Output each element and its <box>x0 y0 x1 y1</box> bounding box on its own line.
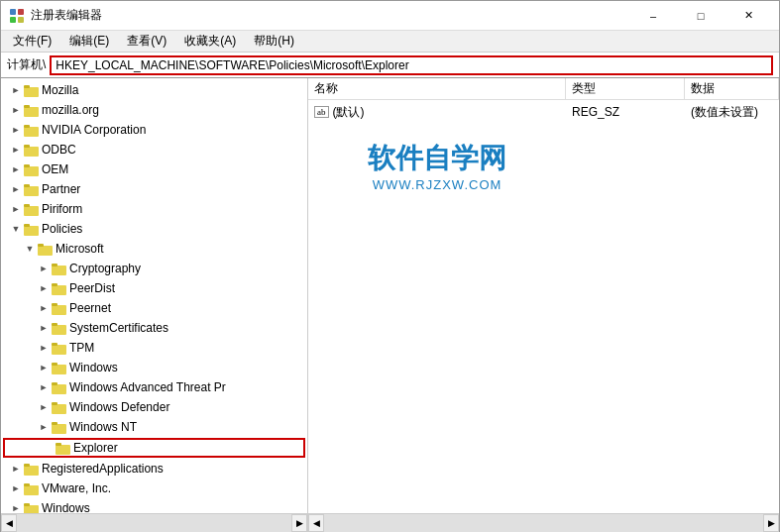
expand-tpm[interactable]: ► <box>37 341 51 355</box>
scroll-left-track[interactable] <box>17 514 291 532</box>
tree-label-windowsroot: Windows <box>42 501 90 513</box>
expand-registeredapps[interactable]: ► <box>9 462 23 476</box>
tree-item-piriform[interactable]: ► Piriform <box>1 199 307 219</box>
ab-icon: ab <box>314 106 329 119</box>
svg-rect-33 <box>52 365 66 374</box>
expand-peernet[interactable]: ► <box>37 301 51 315</box>
address-bar: 计算机\ HKEY_LOCAL_MACHINE\SOFTWARE\Policie… <box>1 53 779 78</box>
tree-label-oem: OEM <box>42 162 68 176</box>
col-header-type[interactable]: 类型 <box>566 78 685 99</box>
menu-file[interactable]: 文件(F) <box>5 31 59 52</box>
tree-item-windowsat[interactable]: ► Windows Advanced Threat Pr <box>1 377 307 397</box>
tree-label-windowsat: Windows Advanced Threat Pr <box>69 380 226 394</box>
tree-item-mozillaorg[interactable]: ► mozilla.org <box>1 100 307 120</box>
minimize-button[interactable]: – <box>630 1 676 31</box>
svg-rect-0 <box>10 9 16 15</box>
svg-rect-27 <box>52 305 66 315</box>
svg-rect-35 <box>52 384 66 394</box>
col-header-name[interactable]: 名称 <box>308 78 566 99</box>
tree-label-mozilla: Mozilla <box>42 83 78 97</box>
horizontal-scrollbar: ◀ ▶ ◀ ▶ <box>1 513 779 531</box>
tree-item-mozilla[interactable]: ► Mozilla <box>1 80 307 100</box>
expand-systemcertificates[interactable]: ► <box>37 321 51 335</box>
svg-rect-21 <box>38 246 53 256</box>
tree-item-windowsdefender[interactable]: ► Windows Defender <box>1 397 307 417</box>
folder-icon-microsoft <box>37 242 53 256</box>
tree-item-oem[interactable]: ► OEM <box>1 160 307 179</box>
expand-partner[interactable]: ► <box>9 182 23 196</box>
tree-label-vmware: VMware, Inc. <box>42 481 111 495</box>
scroll-right-btn[interactable]: ▶ <box>291 514 307 532</box>
folder-icon-odbc <box>23 143 39 157</box>
registry-row-default[interactable]: ab (默认) REG_SZ (数值未设置) <box>308 102 779 122</box>
menu-favorites[interactable]: 收藏夹(A) <box>176 31 244 52</box>
scroll-left-btn[interactable]: ◀ <box>1 514 17 532</box>
folder-icon-windows-sub <box>51 361 66 374</box>
svg-rect-25 <box>52 285 66 295</box>
expand-peerdist[interactable]: ► <box>37 281 51 295</box>
folder-icon-peerdist <box>51 281 66 295</box>
expand-windows-sub[interactable]: ► <box>37 361 51 374</box>
tree-item-peerdist[interactable]: ► PeerDist <box>1 278 307 298</box>
expand-vmware[interactable]: ► <box>9 481 23 495</box>
expand-policies[interactable]: ▼ <box>9 222 23 236</box>
tree-item-tpm[interactable]: ► TPM <box>1 338 307 358</box>
right-scroll[interactable]: ◀ ▶ <box>308 514 779 532</box>
expand-oem[interactable]: ► <box>9 162 23 176</box>
expand-windowsdefender[interactable]: ► <box>37 400 51 414</box>
svg-rect-44 <box>24 464 30 467</box>
svg-rect-30 <box>52 323 57 326</box>
expand-mozillaorg[interactable]: ► <box>9 103 23 117</box>
svg-rect-10 <box>24 125 30 128</box>
svg-rect-26 <box>52 283 57 286</box>
menu-help[interactable]: 帮助(H) <box>246 31 302 52</box>
close-button[interactable]: ✕ <box>725 1 771 31</box>
tree-item-cryptography[interactable]: ► Cryptography <box>1 259 307 278</box>
folder-icon-cryptography <box>51 262 66 275</box>
tree-item-windowsnt[interactable]: ► Windows NT <box>1 417 307 437</box>
svg-rect-38 <box>52 402 57 405</box>
tree-item-policies[interactable]: ▼ Policies <box>1 219 307 239</box>
scroll-right-left-btn[interactable]: ◀ <box>308 514 324 532</box>
tree-item-registeredapps[interactable]: ► RegisteredApplications <box>1 459 307 479</box>
expand-windowsroot[interactable]: ► <box>9 501 23 513</box>
svg-rect-2 <box>10 17 16 23</box>
tree-label-odbc: ODBC <box>42 143 76 157</box>
tree-item-partner[interactable]: ► Partner <box>1 179 307 199</box>
maximize-button[interactable]: □ <box>678 1 724 31</box>
expand-mozilla[interactable]: ► <box>9 83 23 97</box>
expand-piriform[interactable]: ► <box>9 202 23 216</box>
expand-windowsat[interactable]: ► <box>37 380 51 394</box>
expand-odbc[interactable]: ► <box>9 143 23 157</box>
folder-icon-windowsdefender <box>51 400 66 414</box>
tree-item-systemcertificates[interactable]: ► SystemCertificates <box>1 318 307 338</box>
tree-label-cryptography: Cryptography <box>69 262 141 275</box>
tree-container[interactable]: ► Mozilla ► mozilla.org ► <box>1 78 307 513</box>
tree-item-explorer[interactable]: ► Explorer <box>3 438 305 458</box>
tree-item-nvidia[interactable]: ► NVIDIA Corporation <box>1 120 307 140</box>
expand-microsoft[interactable]: ▼ <box>23 242 37 256</box>
cell-data-default: (数值未设置) <box>691 104 773 121</box>
tree-item-windowsroot[interactable]: ► Windows <box>1 498 307 513</box>
scroll-right-track[interactable] <box>324 514 763 532</box>
tree-item-microsoft[interactable]: ▼ Microsoft <box>1 239 307 259</box>
col-header-data[interactable]: 数据 <box>685 78 779 99</box>
right-header: 名称 类型 数据 <box>308 78 779 100</box>
address-input-wrap[interactable]: HKEY_LOCAL_MACHINE\SOFTWARE\Policies\Mic… <box>50 55 773 75</box>
svg-rect-39 <box>52 424 66 434</box>
tree-item-vmware[interactable]: ► VMware, Inc. <box>1 479 307 498</box>
tree-item-windows-sub[interactable]: ► Windows <box>1 358 307 377</box>
expand-windowsnt[interactable]: ► <box>37 420 51 434</box>
title-text: 注册表编辑器 <box>31 7 102 24</box>
menu-edit[interactable]: 编辑(E) <box>61 31 117 52</box>
expand-cryptography[interactable]: ► <box>37 262 51 275</box>
scroll-right-right-btn[interactable]: ▶ <box>763 514 779 532</box>
menu-view[interactable]: 查看(V) <box>119 31 174 52</box>
expand-nvidia[interactable]: ► <box>9 123 23 137</box>
svg-rect-45 <box>24 485 39 495</box>
folder-icon-windowsnt <box>51 420 66 434</box>
folder-icon-vmware <box>23 481 39 495</box>
left-scroll[interactable]: ◀ ▶ <box>1 514 308 532</box>
tree-item-peernet[interactable]: ► Peernet <box>1 298 307 318</box>
tree-item-odbc[interactable]: ► ODBC <box>1 140 307 160</box>
